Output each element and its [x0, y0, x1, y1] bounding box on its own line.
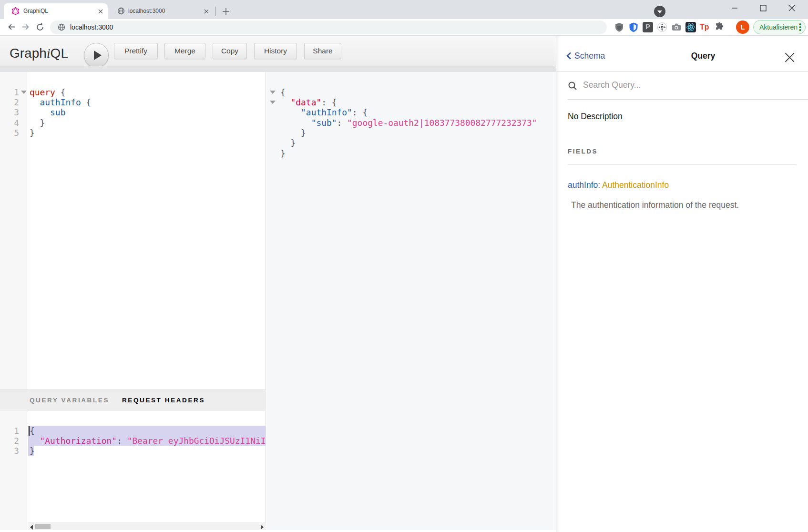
- doc-panel-shadow: [556, 36, 560, 532]
- url-bar[interactable]: localhost:3000: [50, 20, 607, 34]
- window-minimize-button[interactable]: [727, 3, 742, 13]
- window-close-button[interactable]: [785, 3, 799, 13]
- tab1-close-icon[interactable]: [97, 8, 104, 15]
- camera-extension-icon[interactable]: [671, 22, 682, 32]
- doc-fields-header: FIELDS: [568, 148, 598, 155]
- p-extension-icon[interactable]: P: [643, 22, 653, 32]
- globe-favicon: [117, 7, 125, 15]
- tab-request-headers[interactable]: REQUEST HEADERS: [122, 397, 205, 404]
- tab2-title: localhost:3000: [128, 8, 165, 14]
- doc-search-placeholder: Search Query...: [583, 80, 641, 90]
- reload-button[interactable]: [34, 21, 46, 33]
- graphiql-logo: GraphiQL: [10, 46, 68, 61]
- topbar-shadow-strip: [0, 66, 556, 72]
- doc-explorer-panel: Schema Query Search Query... No Descript…: [556, 36, 808, 532]
- update-chrome-label: Aktualisieren: [759, 23, 798, 31]
- scroll-right-icon[interactable]: [261, 525, 264, 530]
- history-button[interactable]: History: [254, 43, 297, 59]
- doc-field-type-link[interactable]: AuthenticationInfo: [602, 180, 669, 190]
- window-maximize-button[interactable]: [756, 3, 770, 13]
- query-editor-pane: 12345 query { authInfo { sub }} QUERY VA…: [0, 72, 266, 530]
- graphql-favicon: [11, 7, 20, 15]
- tab-localhost[interactable]: localhost:3000: [109, 3, 214, 19]
- move-extension-icon[interactable]: [657, 22, 667, 32]
- query-fold-icon[interactable]: [21, 91, 27, 94]
- headers-line-numbers: 123: [0, 426, 19, 456]
- scroll-thumb[interactable]: [35, 524, 51, 529]
- tab1-title: GraphiQL: [23, 8, 48, 14]
- result-code: { "data": { "authInfo": { "sub": "google…: [280, 87, 537, 158]
- back-button[interactable]: [6, 21, 17, 33]
- doc-explorer-header: Schema Query: [556, 36, 808, 72]
- secondary-editor-tabs: QUERY VARIABLES REQUEST HEADERS: [0, 389, 266, 411]
- tab-separator: [215, 7, 216, 16]
- search-icon: [568, 81, 577, 91]
- browser-tab-strip: GraphiQL localhost:3000: [0, 0, 808, 19]
- prettify-button[interactable]: Prettify: [114, 43, 158, 59]
- query-line-numbers: 12345: [0, 87, 19, 138]
- copy-button[interactable]: Copy: [213, 43, 247, 59]
- react-devtools-extension-icon[interactable]: [685, 22, 696, 32]
- bitwarden-extension-icon[interactable]: [628, 22, 639, 32]
- doc-field-row: authInfo: AuthenticationInfo: [568, 180, 669, 190]
- ublock-extension-icon[interactable]: [614, 22, 624, 32]
- doc-search-box[interactable]: Search Query...: [556, 72, 808, 100]
- merge-button[interactable]: Merge: [164, 43, 205, 59]
- result-fold-icon-1[interactable]: [270, 91, 276, 94]
- scroll-left-icon[interactable]: [30, 525, 33, 530]
- extensions-puzzle-icon[interactable]: [714, 22, 725, 32]
- play-icon: [94, 51, 102, 60]
- profile-avatar[interactable]: L: [736, 20, 749, 34]
- result-pane: { "data": { "authInfo": { "sub": "google…: [266, 72, 556, 530]
- doc-title: Query: [577, 51, 808, 61]
- doc-close-icon[interactable]: [784, 51, 796, 63]
- browser-menu-icon[interactable]: •••: [799, 23, 801, 31]
- url-globe-icon: [58, 23, 65, 31]
- result-fold-icon-2[interactable]: [270, 101, 276, 104]
- new-tab-button[interactable]: [220, 6, 232, 17]
- browser-toolbar: localhost:3000 P Tp L: [0, 19, 808, 36]
- url-text: localhost:3000: [70, 23, 113, 31]
- execute-button[interactable]: [84, 43, 109, 68]
- tab-graphiql[interactable]: GraphiQL: [4, 3, 108, 19]
- graphiql-topbar: GraphiQL Prettify Merge Copy History Sha…: [0, 36, 556, 66]
- doc-fields-divider: [568, 164, 797, 165]
- doc-search-underline: [568, 99, 808, 100]
- share-button[interactable]: Share: [304, 43, 341, 59]
- headers-code[interactable]: { "Authorization": "Bearer eyJhbGciOiJSU…: [30, 426, 266, 456]
- forward-button[interactable]: [20, 21, 31, 33]
- tab-query-variables[interactable]: QUERY VARIABLES: [30, 397, 109, 404]
- tab2-close-icon[interactable]: [203, 8, 210, 15]
- query-code[interactable]: query { authInfo { sub }}: [30, 87, 91, 138]
- chevron-left-icon: [566, 52, 572, 60]
- headers-hscrollbar[interactable]: [28, 522, 266, 530]
- doc-field-name-link[interactable]: authInfo: [568, 180, 598, 190]
- browser-update-icon[interactable]: [654, 6, 665, 17]
- tp-extension-icon[interactable]: Tp: [700, 22, 711, 32]
- update-chrome-button[interactable]: Aktualisieren •••: [753, 20, 806, 34]
- doc-no-description: No Description: [568, 112, 623, 122]
- doc-field-description: The authentication information of the re…: [571, 200, 739, 210]
